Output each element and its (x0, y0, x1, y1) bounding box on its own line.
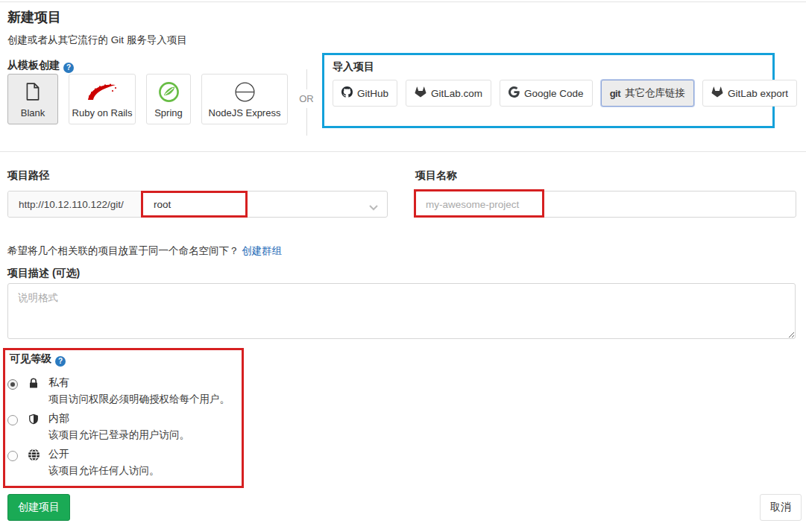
project-name-label: 项目名称 (415, 169, 457, 183)
project-path-input-group: http://10.12.110.122/git/ root (7, 191, 388, 218)
shield-icon (25, 413, 42, 425)
import-button-label: GitLab export (728, 88, 788, 99)
import-button-label: GitLab.com (431, 88, 482, 99)
lock-icon (25, 377, 42, 390)
group-hint: 希望将几个相关联的项目放置于同一个命名空间下？ 创建群组 (7, 244, 282, 258)
namespace-selected-value: root (154, 199, 171, 210)
section-divider (0, 151, 806, 152)
page-subtitle: 创建或者从其它流行的 Git 服务导入项目 (7, 34, 187, 47)
import-git-repo-url-button[interactable]: git 其它仓库链接 (601, 80, 694, 107)
google-g-icon (509, 86, 520, 100)
new-project-page: 新建项目 创建或者从其它流行的 Git 服务导入项目 从模板创建? Blank (0, 0, 806, 532)
import-buttons: GitHub GitLab.com Google Code (333, 80, 764, 107)
template-card-label: Ruby on Rails (72, 107, 133, 118)
visibility-option-description: 该项目允许已登录的用户访问。 (48, 428, 189, 442)
visibility-option-name: 内部 (48, 412, 189, 425)
help-icon[interactable]: ? (55, 356, 66, 367)
visibility-option-name: 公开 (48, 448, 160, 461)
project-name-field-wrap (415, 191, 796, 218)
template-card-label: Spring (154, 107, 183, 118)
internal-radio[interactable] (7, 415, 18, 425)
visibility-label: 可见等级 (10, 352, 51, 364)
namespace-select[interactable]: root (143, 191, 387, 217)
import-button-label: Google Code (524, 88, 584, 99)
project-name-input[interactable] (415, 191, 796, 218)
express-icon (233, 80, 256, 104)
globe-icon (25, 449, 42, 461)
or-label: OR (299, 93, 314, 104)
template-card-label: Blank (21, 107, 45, 118)
import-gitlab-export-button[interactable]: GitLab export (702, 80, 797, 107)
cancel-button[interactable]: 取消 (760, 494, 802, 521)
visibility-option-public: 公开 该项目允许任何人访问。 (7, 448, 160, 478)
template-section-label-row: 从模板创建? (7, 58, 74, 73)
template-card-rails[interactable]: Ruby on Rails (69, 74, 136, 124)
template-card-nodejs-express[interactable]: NodeJS Express (201, 74, 288, 124)
import-gitlab-com-button[interactable]: GitLab.com (406, 80, 491, 107)
divider-line (306, 69, 307, 89)
top-divider (0, 1, 806, 2)
import-section-label: 导入项目 (333, 60, 764, 74)
or-divider: OR (297, 69, 316, 140)
gitlab-icon (711, 86, 723, 100)
visibility-option-internal: 内部 该项目允许已登录的用户访问。 (7, 412, 189, 442)
create-project-button[interactable]: 创建项目 (7, 494, 70, 521)
page-title: 新建项目 (7, 8, 61, 26)
template-cards: Blank Ruby on Rails (7, 74, 288, 124)
import-project-section-highlight: 导入项目 GitHub GitLab.com (322, 53, 775, 128)
divider-line (306, 108, 307, 136)
blank-file-icon (23, 80, 42, 104)
template-card-blank[interactable]: Blank (7, 74, 58, 124)
visibility-option-description: 项目访问权限必须明确授权给每个用户。 (48, 393, 230, 406)
visibility-label-row: 可见等级? (10, 352, 66, 367)
private-radio[interactable] (7, 379, 18, 390)
gitlab-icon (415, 86, 426, 100)
chevron-down-icon (369, 202, 378, 213)
project-description-wrap (7, 283, 796, 339)
github-icon (341, 86, 353, 100)
template-section-label: 从模板创建 (7, 59, 60, 71)
visibility-option-name: 私有 (48, 376, 230, 390)
template-card-label: NodeJS Express (209, 107, 281, 118)
project-path-url-prefix: http://10.12.110.122/git/ (8, 191, 143, 217)
import-button-label: 其它仓库链接 (625, 86, 685, 100)
help-icon[interactable]: ? (63, 63, 74, 73)
project-description-label: 项目描述 (可选) (7, 267, 80, 280)
public-radio[interactable] (7, 451, 18, 461)
create-group-link[interactable]: 创建群组 (242, 245, 282, 256)
visibility-option-description: 该项目允许任何人访问。 (48, 464, 160, 478)
group-hint-text: 希望将几个相关联的项目放置于同一个命名空间下？ (7, 245, 239, 256)
rails-icon (86, 80, 119, 104)
import-github-button[interactable]: GitHub (333, 80, 397, 107)
project-description-textarea[interactable] (7, 283, 796, 339)
import-google-code-button[interactable]: Google Code (500, 80, 593, 107)
spring-leaf-icon (158, 80, 180, 104)
template-card-spring[interactable]: Spring (146, 74, 191, 124)
import-button-label: GitHub (357, 88, 388, 99)
project-path-label: 项目路径 (7, 169, 49, 183)
visibility-option-private: 私有 项目访问权限必须明确授权给每个用户。 (7, 376, 230, 406)
git-icon: git (610, 88, 620, 99)
